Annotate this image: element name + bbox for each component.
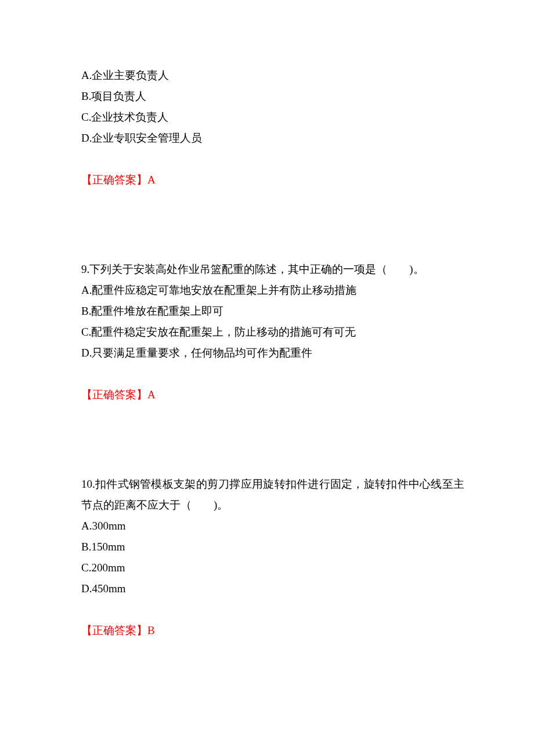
- q10-option-a: A.300mm: [81, 516, 464, 537]
- q9-answer: 【正确答案】A: [81, 384, 464, 405]
- q10-option-b: B.150mm: [81, 537, 464, 557]
- q8-option-d: D.企业专职安全管理人员: [81, 128, 464, 149]
- q10-answer: 【正确答案】B: [81, 620, 464, 641]
- q10-option-c: C.200mm: [81, 557, 464, 578]
- q8-option-a: A.企业主要负责人: [81, 65, 464, 86]
- q9-option-c: C.配重件稳定安放在配重架上，防止移动的措施可有可无: [81, 322, 464, 343]
- document-page: A.企业主要负责人 B.项目负责人 C.企业技术负责人 D.企业专职安全管理人员…: [0, 0, 534, 756]
- q10-stem: 10.扣件式钢管模板支架的剪刀撑应用旋转扣件进行固定，旋转扣件中心线至主节点的距…: [81, 474, 464, 516]
- q9-option-d: D.只要满足重量要求，任何物品均可作为配重件: [81, 343, 464, 363]
- q8-answer: 【正确答案】A: [81, 170, 464, 190]
- spacer: [81, 190, 464, 259]
- spacer: [81, 405, 464, 474]
- q9-stem: 9.下列关于安装高处作业吊篮配重的陈述，其中正确的一项是（ )。: [81, 259, 464, 280]
- q8-option-b: B.项目负责人: [81, 86, 464, 107]
- q9-option-a: A.配重件应稳定可靠地安放在配重架上并有防止移动措施: [81, 280, 464, 301]
- q9-option-b: B.配重件堆放在配重架上即可: [81, 301, 464, 322]
- q10-option-d: D.450mm: [81, 578, 464, 599]
- q8-option-c: C.企业技术负责人: [81, 107, 464, 128]
